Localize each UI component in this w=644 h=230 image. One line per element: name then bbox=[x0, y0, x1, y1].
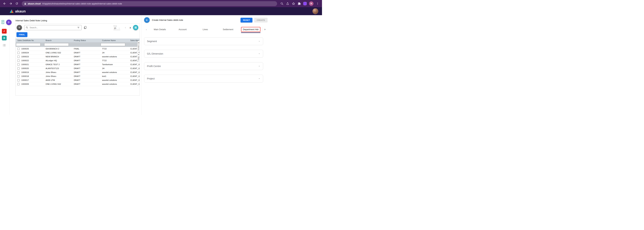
browser-refresh-button[interactable] bbox=[14, 1, 20, 7]
bigledger-icon[interactable]: B bbox=[2, 36, 7, 40]
table-row[interactable]: 1000019Johor BharuDRAFTwavelet solutions… bbox=[16, 70, 140, 74]
bookmark-button[interactable] bbox=[291, 1, 296, 6]
table-row[interactable]: 1000024ONE LIVING SS2DRAFTJHCLIENT_VA bbox=[16, 51, 140, 55]
final-filter-button[interactable]: FINAL bbox=[16, 32, 28, 37]
row-checkbox[interactable] bbox=[17, 52, 20, 54]
next-page-button[interactable]: › bbox=[129, 26, 131, 30]
cell-branch: GRACE TEST 2 bbox=[44, 63, 72, 65]
tab-department-hdr[interactable]: Department Hdr bbox=[239, 26, 262, 33]
debitnote-no-text: 1000017 bbox=[21, 79, 29, 81]
table-row[interactable]: 1000009ONE LIVING SS2DRAFTwavelet soluti… bbox=[16, 82, 140, 86]
cell-customer-name: test1 bbox=[100, 75, 128, 77]
table-row[interactable]: 1000025IDA BRANCH 2FINALTT22CLIENT_VA bbox=[16, 47, 140, 51]
listing-table-body: 1000025IDA BRANCH 2FINALTT22CLIENT_VA100… bbox=[16, 47, 140, 86]
toolbar-search-button[interactable] bbox=[279, 1, 284, 6]
side-tab-filters[interactable]: Filters bbox=[138, 53, 140, 62]
cell-branch: AKIB UTM bbox=[44, 79, 72, 81]
table-row[interactable]: 1000017AKIB UTMDRAFTwavelet solutionsCLI… bbox=[16, 78, 140, 82]
debitnote-no-text: 1000020 bbox=[21, 67, 29, 69]
share-button[interactable] bbox=[285, 1, 290, 6]
rows-per-page-select[interactable]: 10 bbox=[114, 27, 120, 30]
select-project[interactable]: Project bbox=[144, 75, 263, 82]
column-filter-input-sales-debitnote-no[interactable] bbox=[16, 43, 40, 46]
side-tab-label: Filters bbox=[138, 56, 140, 61]
filter-cell-sales-debitnote-no bbox=[16, 43, 44, 46]
back-arrow-icon bbox=[146, 19, 148, 22]
cell-customer-name: wavelet solutions bbox=[100, 79, 128, 81]
list-menu-icon[interactable] bbox=[2, 44, 6, 47]
row-checkbox[interactable] bbox=[17, 67, 20, 70]
cell-posting-status: DRAFT bbox=[72, 75, 100, 77]
create-button[interactable]: CREATE bbox=[254, 18, 268, 23]
cell-customer-name: wavelet solutions bbox=[100, 56, 128, 58]
grid-view-button[interactable] bbox=[133, 25, 138, 30]
user-avatar[interactable] bbox=[312, 8, 318, 14]
select-g-l-dimension[interactable]: G/L Dimension bbox=[144, 50, 263, 58]
row-checkbox[interactable] bbox=[17, 71, 20, 73]
cell-branch: ONE LIVING SS2 bbox=[44, 83, 72, 85]
row-checkbox[interactable] bbox=[17, 79, 20, 81]
row-checkbox[interactable] bbox=[17, 59, 20, 62]
browser-menu-button[interactable] bbox=[315, 1, 320, 6]
side-tab-columns[interactable]: Columns bbox=[138, 41, 140, 52]
cell-posting-status: DRAFT bbox=[72, 79, 100, 81]
tab-label: Department Hdr bbox=[241, 27, 260, 32]
browser-back-button[interactable] bbox=[2, 1, 8, 7]
row-checkbox[interactable] bbox=[17, 56, 20, 58]
pdf-icon[interactable] bbox=[2, 29, 7, 34]
column-filter-input-branch[interactable] bbox=[44, 43, 69, 46]
address-bar[interactable]: akaun.cloud/#/applets/tnt/wavelet/erp/in… bbox=[22, 1, 277, 6]
tabs-scroll-left[interactable]: ‹ bbox=[144, 28, 148, 31]
add-button[interactable]: + bbox=[17, 25, 22, 30]
extensions-button[interactable] bbox=[296, 1, 302, 6]
column-header-customer-name[interactable]: Customer Name bbox=[100, 39, 128, 41]
menu-toggle-button[interactable] bbox=[6, 20, 12, 25]
listing-toolbar: + Rows 10 bbox=[16, 24, 140, 32]
select-segment[interactable]: Segment bbox=[144, 37, 263, 45]
app-logo[interactable]: akaun bbox=[10, 9, 26, 13]
column-header-sales-debitnote-no[interactable]: Sales DebitNote No bbox=[16, 39, 44, 41]
cell-posting-status: DRAFT bbox=[72, 67, 100, 69]
reset-button[interactable]: RESET bbox=[240, 18, 252, 23]
tabs-scroll-right[interactable]: › bbox=[262, 27, 268, 32]
table-row[interactable]: 1000023NEW BRANCHDRAFTwavelet solutionsC… bbox=[16, 55, 140, 59]
tab-main-details[interactable]: Main Details bbox=[148, 26, 171, 33]
tab-lines[interactable]: Lines bbox=[194, 26, 217, 33]
detail-tabs: Main DetailsAccountLinesSettlementDepart… bbox=[148, 26, 262, 33]
applet-receipt-icon[interactable] bbox=[1, 20, 5, 25]
search-input[interactable] bbox=[29, 26, 76, 29]
browser-profile-avatar[interactable]: N bbox=[309, 1, 314, 6]
row-checkbox[interactable] bbox=[17, 75, 20, 77]
table-row[interactable]: 1000021GRACE TEST 2DRAFTTamilselvamCLIEN… bbox=[16, 63, 140, 66]
panel-back-button[interactable] bbox=[144, 17, 150, 23]
column-header-branch[interactable]: Branch bbox=[44, 39, 72, 41]
row-checkbox[interactable] bbox=[17, 48, 20, 50]
funnel-icon bbox=[138, 54, 140, 56]
browser-forward-button[interactable] bbox=[8, 1, 14, 7]
tab-label: Lines bbox=[202, 28, 208, 31]
duplicate-button[interactable] bbox=[83, 26, 87, 30]
prev-page-button[interactable]: ‹ bbox=[124, 26, 126, 29]
tabs-row: ‹ Main DetailsAccountLinesSettlementDepa… bbox=[144, 26, 268, 33]
cell-posting-status: DRAFT bbox=[72, 71, 100, 73]
grid-icon bbox=[134, 26, 137, 29]
cell-sales-agent: CLIENT_VA bbox=[128, 71, 140, 73]
cell-branch: ONE LIVING SS2 bbox=[44, 52, 72, 54]
table-row[interactable]: 1000018Johor BharuDRAFTtest1CLIENT_VA bbox=[16, 74, 140, 78]
table-row[interactable]: 1000022AiLedger HQDRAFTTT22CLIENT_VA bbox=[16, 59, 140, 63]
row-checkbox[interactable] bbox=[17, 83, 20, 85]
tab-account[interactable]: Account bbox=[171, 26, 194, 33]
pinned-extension-button[interactable] bbox=[302, 1, 308, 6]
column-filter-input-customer-name[interactable] bbox=[101, 43, 125, 46]
column-header-posting-status[interactable]: Posting Status bbox=[72, 39, 100, 41]
row-checkbox[interactable] bbox=[17, 63, 20, 66]
search-icon bbox=[280, 2, 284, 5]
app-header: akaun bbox=[0, 7, 322, 15]
cell-branch: ALANTEST123 bbox=[44, 67, 72, 69]
filter-list-button[interactable] bbox=[77, 26, 80, 29]
table-row[interactable]: 1000020ALANTEST123DRAFTJHCLIENT_VA bbox=[16, 66, 140, 70]
select-profit-centre[interactable]: Profit Centre bbox=[144, 62, 263, 70]
copy-pages-icon bbox=[84, 26, 87, 29]
tab-settlement[interactable]: Settlement bbox=[217, 26, 240, 33]
chevron-down-icon bbox=[258, 78, 260, 80]
